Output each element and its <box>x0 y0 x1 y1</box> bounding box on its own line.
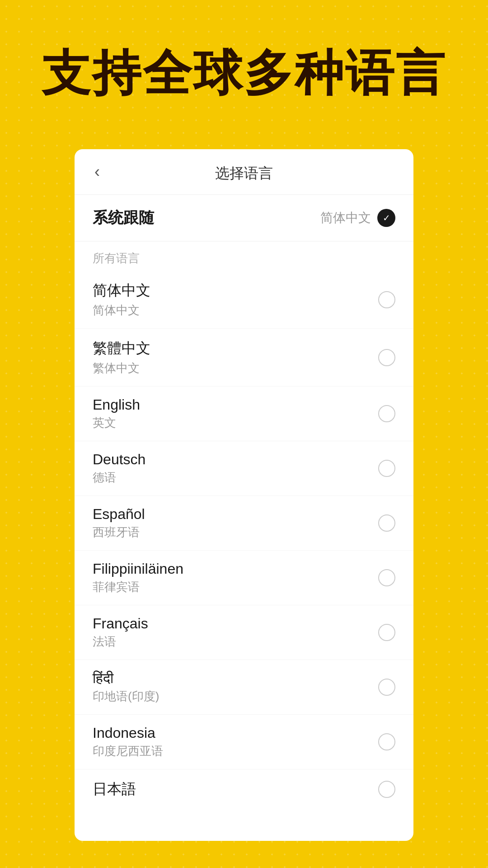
language-item[interactable]: Español西班牙语 <box>75 496 413 551</box>
language-card: ‹ 选择语言 系统跟随 简体中文 ✓ 所有语言 简体中文简体中文繁體中文繁体中文… <box>75 149 413 841</box>
hero-title: 支持全球多种语言 <box>0 45 488 101</box>
lang-text-group: Español西班牙语 <box>93 506 145 540</box>
radio-circle[interactable] <box>378 569 395 586</box>
lang-text-group: Filippiiniläinen菲律宾语 <box>93 561 183 595</box>
check-icon: ✓ <box>377 209 395 227</box>
lang-primary: English <box>93 396 140 413</box>
language-item[interactable]: हिंदी印地语(印度) <box>75 660 413 715</box>
radio-circle[interactable] <box>378 624 395 641</box>
radio-circle[interactable] <box>378 349 395 366</box>
system-follow-item[interactable]: 系统跟随 简体中文 ✓ <box>75 195 413 241</box>
radio-circle[interactable] <box>378 405 395 422</box>
card-title: 选择语言 <box>215 164 273 184</box>
card-header: ‹ 选择语言 <box>75 149 413 195</box>
radio-circle[interactable] <box>378 291 395 308</box>
language-item[interactable]: 日本語 <box>75 769 413 809</box>
language-item[interactable]: Français法语 <box>75 605 413 660</box>
lang-secondary: 印度尼西亚语 <box>93 743 163 759</box>
lang-secondary: 西班牙语 <box>93 524 145 540</box>
lang-text-group: Indonesia印度尼西亚语 <box>93 725 163 759</box>
lang-text-group: 简体中文简体中文 <box>93 281 150 318</box>
all-languages-label: 所有语言 <box>75 241 413 271</box>
lang-text-group: Français法语 <box>93 615 148 650</box>
lang-secondary: 菲律宾语 <box>93 579 183 595</box>
language-item[interactable]: 繁體中文繁体中文 <box>75 329 413 387</box>
lang-text-group: English英文 <box>93 396 140 431</box>
lang-secondary: 印地语(印度) <box>93 689 159 704</box>
lang-primary: Filippiiniläinen <box>93 561 183 577</box>
radio-circle[interactable] <box>378 460 395 477</box>
lang-text-group: 繁體中文繁体中文 <box>93 339 150 376</box>
lang-primary: 繁體中文 <box>93 339 150 359</box>
radio-circle[interactable] <box>378 781 395 798</box>
lang-secondary: 繁体中文 <box>93 360 150 376</box>
lang-secondary: 简体中文 <box>93 302 150 318</box>
lang-primary: Deutsch <box>93 451 145 468</box>
language-item[interactable]: Filippiiniläinen菲律宾语 <box>75 551 413 605</box>
language-list: 简体中文简体中文繁體中文繁体中文English英文Deutsch德语Españo… <box>75 271 413 809</box>
system-follow-label: 系统跟随 <box>93 208 154 228</box>
radio-circle[interactable] <box>378 514 395 532</box>
system-follow-value: 简体中文 <box>320 209 371 226</box>
language-item[interactable]: 简体中文简体中文 <box>75 271 413 329</box>
lang-primary: Indonesia <box>93 725 163 741</box>
lang-primary: Español <box>93 506 145 523</box>
lang-text-group: 日本語 <box>93 779 136 799</box>
lang-primary: 日本語 <box>93 779 136 799</box>
lang-secondary: 德语 <box>93 470 145 486</box>
lang-secondary: 法语 <box>93 634 148 650</box>
lang-text-group: हिंदी印地语(印度) <box>93 670 159 704</box>
radio-circle[interactable] <box>378 733 395 750</box>
language-item[interactable]: Indonesia印度尼西亚语 <box>75 715 413 769</box>
system-follow-right: 简体中文 ✓ <box>320 209 395 227</box>
language-item[interactable]: Deutsch德语 <box>75 441 413 496</box>
lang-primary: 简体中文 <box>93 281 150 301</box>
lang-text-group: Deutsch德语 <box>93 451 145 486</box>
lang-secondary: 英文 <box>93 415 140 431</box>
lang-primary: हिंदी <box>93 670 159 687</box>
card-body: 系统跟随 简体中文 ✓ 所有语言 简体中文简体中文繁體中文繁体中文English… <box>75 195 413 841</box>
back-button[interactable]: ‹ <box>91 159 103 185</box>
lang-primary: Français <box>93 615 148 632</box>
language-item[interactable]: English英文 <box>75 387 413 441</box>
radio-circle[interactable] <box>378 679 395 696</box>
